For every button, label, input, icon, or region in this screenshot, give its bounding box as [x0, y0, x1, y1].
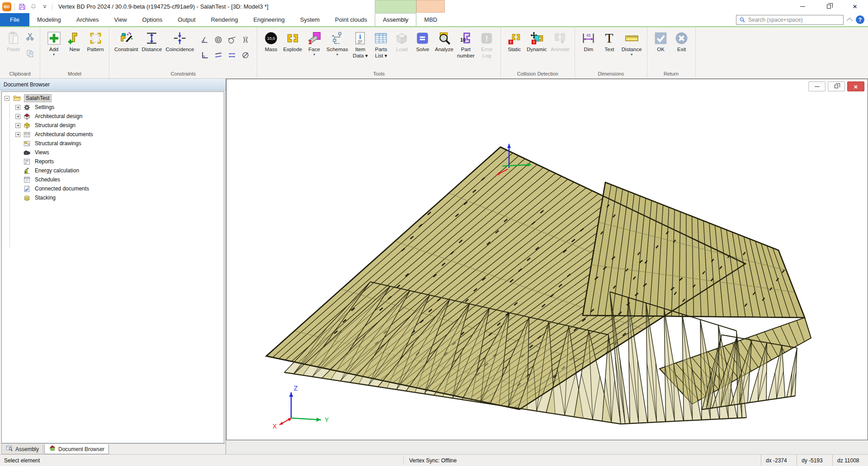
coincidence-icon: [173, 29, 187, 47]
item-data-button[interactable]: iItemData ▾: [350, 29, 371, 60]
tab-archives[interactable]: Archives: [69, 13, 107, 26]
window-restore-button[interactable]: [816, 0, 842, 13]
tree-item-salahtest[interactable]: SalahTest: [2, 94, 224, 103]
expand-spacer: [15, 168, 20, 173]
part-number-button[interactable]: 10Partnumber: [455, 29, 476, 60]
bottom-tab-document-browser[interactable]: Document Browser: [44, 444, 109, 454]
dim-button[interactable]: 45Dim: [578, 29, 599, 54]
pattern-button[interactable]: Pattern: [85, 29, 106, 54]
solve-button[interactable]: Solve: [412, 29, 433, 54]
add-icon: [47, 29, 61, 47]
document-minimize-button[interactable]: [808, 81, 826, 91]
notifications-bell-icon[interactable]: [29, 3, 38, 11]
app-logo-icon: BD: [2, 2, 11, 11]
cut-button[interactable]: [25, 31, 35, 41]
3d-model-canvas[interactable]: ZYX: [226, 79, 868, 440]
parallel-constraint-button[interactable]: [213, 49, 224, 61]
tree-item-architectural-documents[interactable]: Architectural documents: [2, 130, 224, 139]
collapse-ribbon-chevron-icon[interactable]: [847, 18, 853, 24]
folder-open-icon: [11, 94, 22, 102]
angle-constraint-button[interactable]: [199, 34, 210, 46]
search-input[interactable]: [748, 17, 840, 23]
bottom-tab-assembly[interactable]: Assembly: [1, 444, 43, 454]
load-button: Load: [392, 29, 412, 54]
expand-toggle-plus[interactable]: [15, 132, 20, 137]
button-label: Error: [481, 47, 493, 53]
dynamic-button[interactable]: !Dynamic: [525, 29, 549, 54]
coincidence-button[interactable]: Coincidence: [164, 29, 196, 54]
ok-button[interactable]: OK: [651, 29, 671, 54]
expand-toggle-plus[interactable]: [15, 105, 20, 110]
button-label: OK: [657, 47, 665, 53]
face-button[interactable]: Face▾: [304, 29, 325, 57]
symmetric-constraint-button[interactable]: [240, 34, 251, 46]
save-icon[interactable]: [18, 3, 26, 11]
perpendicular-constraint-button[interactable]: [199, 49, 210, 61]
dim-icon: 45: [581, 29, 595, 47]
parts-list-icon: [374, 29, 388, 47]
expand-toggle-plus[interactable]: [15, 123, 20, 128]
tree-item-connected-documents[interactable]: Connected documents: [2, 184, 224, 193]
search-box[interactable]: [736, 15, 844, 25]
tree-item-energy-calculation[interactable]: Energy calculation: [2, 166, 224, 175]
tree-item-architectural-design[interactable]: Architectural design: [2, 112, 224, 121]
tab-system[interactable]: System: [292, 13, 327, 26]
free-constraint-button[interactable]: [240, 49, 251, 61]
tree-item-structural-design[interactable]: Structural design: [2, 121, 224, 130]
tab-mbd[interactable]: MBD: [416, 13, 445, 26]
tab-options[interactable]: Options: [135, 13, 170, 26]
document-close-button[interactable]: ×: [847, 81, 864, 91]
expand-toggle-plus[interactable]: [15, 114, 20, 119]
pattern-icon: [89, 29, 103, 47]
expand-toggle-minus[interactable]: [5, 96, 9, 101]
tab-engineering[interactable]: Engineering: [245, 13, 292, 26]
customize-toolbar-dropdown-icon[interactable]: [41, 3, 49, 11]
window-minimize-button[interactable]: [789, 0, 816, 13]
document-browser-panel: Document Browser SalahTestSettingsArchit…: [0, 79, 226, 454]
tab-output[interactable]: Output: [170, 13, 203, 26]
application-window: BD Vertex BD Pro 2024 / 30.0.9-beta (r19…: [0, 0, 868, 466]
tree-item-schedules[interactable]: Schedules: [2, 175, 224, 184]
explode-button[interactable]: Explode: [281, 29, 304, 54]
constraint-button[interactable]: Constraint: [113, 29, 140, 54]
tree-item-structural-drawings[interactable]: Structural drawings: [2, 139, 224, 148]
svg-text:!: !: [486, 34, 488, 43]
ruler-icon: [625, 29, 639, 47]
tab-assembly[interactable]: Assembly: [375, 13, 416, 26]
add-button[interactable]: Add▾: [43, 29, 64, 57]
house-small-icon: [49, 445, 56, 453]
distance-button[interactable]: Distance▾: [620, 29, 644, 57]
document-restore-button[interactable]: [828, 81, 845, 91]
mass-button[interactable]: 10,0Mass: [260, 29, 281, 54]
tree-item-views[interactable]: Views: [2, 148, 224, 157]
new-button[interactable]: New: [64, 29, 85, 54]
tree-item-stacking[interactable]: Stacking: [2, 193, 224, 202]
concentric-constraint-button[interactable]: [213, 34, 224, 46]
ribbon-group-tools: 10,0MassExplodeFace▾Schemas▾iItemData ▾P…: [257, 27, 500, 78]
new-icon: [68, 29, 82, 47]
tab-rendering[interactable]: Rendering: [203, 13, 245, 26]
expand-spacer: [15, 141, 20, 146]
text-button[interactable]: TText: [599, 29, 620, 54]
tab-modeling[interactable]: Modeling: [29, 13, 69, 26]
tab-file[interactable]: File: [0, 13, 29, 26]
window-close-button[interactable]: ×: [842, 0, 868, 13]
connected-doc-icon: [22, 185, 31, 193]
svg-text:10: 10: [460, 37, 466, 43]
analyze-button[interactable]: Analyze: [433, 29, 455, 54]
copy-button[interactable]: [25, 48, 35, 58]
tree-item-reports[interactable]: Reports: [2, 157, 224, 166]
button-label-2: Data ▾: [353, 53, 368, 59]
exit-button[interactable]: Exit: [671, 29, 692, 54]
parts-list-button[interactable]: PartsList ▾: [371, 29, 392, 60]
static-button[interactable]: !Static: [504, 29, 525, 54]
tree-item-settings[interactable]: Settings: [2, 103, 224, 112]
tangent-constraint-button[interactable]: [226, 34, 237, 46]
distance-button[interactable]: Distance: [140, 29, 164, 54]
equal-length-constraint-button[interactable]: [226, 49, 237, 61]
model-viewport[interactable]: ZYX ×: [226, 79, 868, 440]
tab-point-clouds[interactable]: Point clouds: [327, 13, 375, 26]
schemas-button[interactable]: Schemas▾: [325, 29, 350, 57]
tab-view[interactable]: View: [107, 13, 135, 26]
help-button[interactable]: ?: [856, 15, 864, 24]
